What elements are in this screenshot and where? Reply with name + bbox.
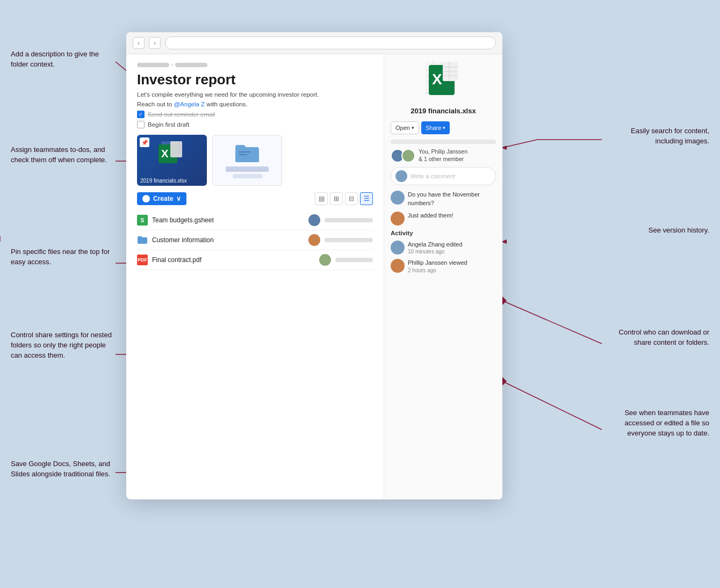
folder-mention: Reach out to @Angela Z with questions. (137, 101, 373, 107)
annotation-description: Add a description to give the folder con… (11, 49, 116, 70)
app-window: ‹ › › Investor report Let's compile ever… (126, 32, 502, 499)
forward-button[interactable]: › (149, 37, 161, 49)
url-search-input[interactable] (165, 37, 496, 49)
share-button[interactable]: Share ▾ (421, 121, 450, 134)
svg-marker-12 (502, 377, 507, 386)
activity-detail-2: Phillip Janssen viewed 2 hours ago (408, 259, 467, 273)
breadcrumb-part2 (175, 63, 207, 67)
breadcrumb: › (137, 63, 373, 67)
todo-item-1: Send out reminder email (137, 111, 373, 118)
checkbox-unchecked-2[interactable] (137, 121, 145, 128)
create-button[interactable]: Create ∨ (137, 192, 186, 205)
pinned-file-2[interactable] (212, 135, 282, 186)
activity-header: Activity (391, 230, 496, 236)
open-button[interactable]: Open ▾ (391, 121, 419, 134)
comment-2: Just added them! (391, 212, 496, 226)
file-name-pdf: Final contract.pdf (152, 256, 315, 264)
file-preview: X 2019 financials.xlsx (391, 61, 496, 115)
gsheet-icon: S (137, 215, 148, 226)
activity-item-2: Phillip Janssen viewed 2 hours ago (391, 259, 496, 273)
annotation-control-download: Control who can download or share conten… (607, 328, 709, 348)
action-buttons: Open ▾ Share ▾ (391, 121, 496, 134)
view-toggle-group: ▤ ⊞ ⊟ ☰ (315, 192, 373, 205)
members-row: You, Philip Janssen& 1 other member (391, 148, 496, 163)
create-chevron: ∨ (176, 195, 181, 202)
activity-avatar-2 (391, 259, 405, 273)
comment-text-2: Just added them! (408, 212, 453, 226)
comment-input-row[interactable]: Write a comment (391, 167, 496, 185)
folder-icon-pinned (234, 143, 260, 163)
left-panel: › Investor report Let's compile everythi… (126, 54, 384, 499)
view-grid-icon[interactable]: ⊞ (330, 192, 343, 205)
pin-badge: 📌 (140, 137, 149, 147)
blue-file-bar2 (233, 174, 262, 178)
svg-rect-20 (239, 151, 250, 153)
checkbox-checked-1[interactable] (137, 111, 145, 118)
folder-description: Let's compile everything we need for the… (137, 91, 373, 98)
avatar-stack (391, 149, 415, 163)
open-chevron: ▾ (412, 125, 414, 130)
activity-detail-1: Angela Zhang edited 10 minutes ago (408, 241, 463, 255)
mention-link[interactable]: @Angela Z (174, 101, 205, 107)
right-panel: X 2019 financials.xlsx Open ▾ (384, 54, 502, 499)
folder-icon-small (137, 235, 148, 245)
view-tile-icon[interactable]: ⊟ (345, 192, 358, 205)
activity-time-1: 10 minutes ago (408, 249, 463, 255)
pdf-icon: PDF (137, 255, 148, 265)
main-content-area: › Investor report Let's compile everythi… (126, 54, 502, 499)
file-bar-1 (325, 218, 373, 222)
activity-time-2: 2 hours ago (408, 267, 467, 273)
pinned-file-name: 2019 financials.xlsx (137, 176, 207, 186)
preview-file-name: 2019 financials.xlsx (391, 107, 496, 115)
svg-text:X: X (432, 71, 442, 88)
file-toolbar: Create ∨ ▤ ⊞ ⊟ ☰ (137, 192, 373, 205)
pinned-file-excel[interactable]: 📌 X 2019 financials.xlsx (137, 135, 207, 186)
file-row-pdf[interactable]: PDF Final contract.pdf (137, 250, 373, 270)
folder-title: Investor report (137, 71, 373, 88)
annotation-search: Easily search for content, including ima… (607, 126, 709, 147)
share-chevron: ▾ (443, 125, 445, 130)
view-list-icon[interactable]: ▤ (315, 192, 328, 205)
avatar-2 (401, 149, 415, 163)
annotation-activity: See when teammates have accessed or edit… (607, 408, 709, 439)
pinned-files-section: 📌 X 2019 financials.xlsx (137, 135, 373, 186)
comment-avatar (395, 170, 407, 182)
excel-icon: X (159, 140, 185, 170)
file-bar-3 (335, 258, 373, 262)
file-row-gsheet[interactable]: S Team budgets.gsheet (137, 210, 373, 230)
file-bar-2 (325, 238, 373, 242)
members-progress-bar (391, 140, 496, 144)
file-name-gsheet: Team budgets.gsheet (152, 216, 304, 224)
file-list: S Team budgets.gsheet Customer informati… (137, 210, 373, 270)
view-detail-icon[interactable]: ☰ (360, 192, 373, 205)
todo-item-2: Begin first draft (137, 121, 373, 128)
activity-name-2: Phillip Janssen viewed (408, 259, 467, 267)
back-button[interactable]: ‹ (133, 37, 145, 49)
commenter-avatar-1 (391, 191, 405, 205)
blue-file-bar1 (226, 166, 269, 172)
activity-name-1: Angela Zhang edited (408, 241, 463, 249)
breadcrumb-separator: › (171, 63, 173, 67)
file-row-folder[interactable]: Customer information (137, 230, 373, 250)
browser-toolbar: ‹ › (126, 32, 502, 54)
create-label: Create (153, 195, 173, 202)
svg-line-11 (502, 381, 602, 430)
svg-text:X: X (161, 148, 169, 159)
breadcrumb-part1 (137, 63, 169, 67)
activity-avatar-1 (391, 241, 405, 255)
annotation-pin: Pin specific files near the top for easy… (11, 247, 116, 267)
todo-label-1: Send out reminder email (148, 111, 215, 118)
commenter-avatar-2 (391, 212, 405, 226)
annotation-share-settings: Control share settings for nested folder… (11, 330, 116, 361)
comment-placeholder: Write a comment (411, 173, 455, 179)
comment-1: Do you have the November numbers? (391, 191, 496, 207)
annotation-version-history: See version history. (649, 226, 709, 236)
todo-label-2: Begin first draft (148, 121, 189, 128)
members-text: You, Philip Janssen& 1 other member (419, 148, 467, 163)
create-icon (142, 195, 150, 202)
file-avatar-1 (308, 214, 320, 226)
svg-marker-10 (502, 296, 507, 305)
activity-item-1: Angela Zhang edited 10 minutes ago (391, 241, 496, 255)
annotation-assign: Assign teammates to-dos, and check them … (11, 145, 116, 165)
file-avatar-3 (319, 254, 331, 266)
